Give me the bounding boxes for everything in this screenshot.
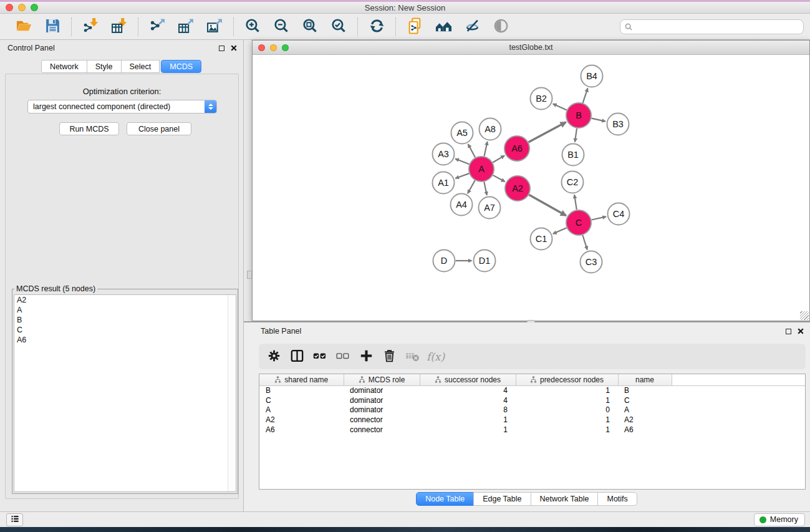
import-network-button[interactable] [78,16,103,37]
import-table-button[interactable] [107,16,132,37]
graph-node-A[interactable]: A [469,157,494,181]
graph-edge-C-C2[interactable] [574,195,577,210]
add-row-button[interactable] [356,346,377,367]
graph-node-B2[interactable]: B2 [531,88,552,110]
left-split-grabber[interactable] [247,271,252,279]
column-header-successor-nodes[interactable]: successor nodes [420,374,516,385]
resize-grip-icon[interactable] [800,311,809,320]
select-all-button[interactable] [310,346,330,367]
graph-node-B[interactable]: B [566,103,591,128]
graph-node-B4[interactable]: B4 [581,65,603,87]
table-settings-button[interactable] [264,346,284,367]
cell-shared-name: C [259,395,344,405]
mcds-result-item[interactable]: A2 [14,295,236,305]
task-history-button[interactable] [6,513,23,526]
close-table-panel-icon[interactable] [798,328,804,334]
column-header-predecessor-nodes[interactable]: predecessor nodes [516,374,618,385]
unselect-all-button[interactable] [333,346,354,367]
column-header-MCDS-role[interactable]: MCDS role [344,374,420,385]
zoom-in-button[interactable] [240,16,265,37]
graph-edge-A-A1[interactable] [455,173,469,178]
mcds-result-item[interactable]: C [14,325,236,335]
first-neighbors-button[interactable] [431,16,456,37]
graph-edge-B-B2[interactable] [553,104,567,110]
table-row[interactable]: Cdominator41C [259,395,805,405]
criterion-dropdown[interactable]: largest connected component (directed) [27,100,217,114]
graph-edge-A-A2[interactable] [493,175,505,181]
search-input[interactable] [620,19,804,34]
mcds-result-item[interactable]: B [14,315,236,325]
graph-node-A4[interactable]: A4 [451,194,473,216]
graph-edge-A-A3[interactable] [455,159,469,165]
delete-row-button[interactable] [379,346,400,367]
table-row[interactable]: Bdominator41B [259,385,805,395]
export-image-button[interactable] [202,16,227,37]
zoom-selected-button[interactable] [326,16,351,37]
graph-edge-A-A7[interactable] [484,182,486,195]
show-details-button[interactable] [488,16,513,37]
graph-node-C2[interactable]: C2 [562,172,584,193]
save-session-button[interactable] [40,16,65,37]
network-graph[interactable]: B4B2BB3A8A5A6A3B1AA1C2A2A4A7C4CC1C3DD1 [253,55,809,321]
tab-style[interactable]: Style [87,60,122,73]
zoom-fit-button[interactable] [297,16,322,37]
graph-edge-A-A5[interactable] [468,144,475,157]
mcds-result-item[interactable]: A [14,305,236,315]
tab-network-table[interactable]: Network Table [531,492,599,506]
table-row[interactable]: Adominator80A [259,405,805,415]
mcds-list-scrollbar[interactable] [228,295,236,491]
graph-node-A6[interactable]: A6 [504,136,529,161]
graph-node-A8[interactable]: A8 [480,118,501,140]
graph-edge-B-B4[interactable] [583,88,588,103]
open-file-button[interactable] [11,16,36,37]
graph-node-C1[interactable]: C1 [531,228,552,250]
float-table-panel-icon[interactable] [786,329,791,334]
tab-network[interactable]: Network [41,60,87,73]
graph-node-A2[interactable]: A2 [505,176,530,201]
graph-node-A5[interactable]: A5 [451,122,473,144]
graph-edge-A-A4[interactable] [468,180,475,193]
graph-edge-B-B1[interactable] [575,128,577,142]
hide-details-button[interactable] [460,16,485,37]
graph-node-D1[interactable]: D1 [474,250,496,272]
memory-button[interactable]: Memory [754,513,805,526]
graph-node-B1[interactable]: B1 [562,144,584,166]
graph-node-D[interactable]: D [433,250,455,272]
graph-edge-A6-B[interactable] [529,122,566,142]
tab-node-table[interactable]: Node Table [416,492,474,506]
graph-node-A1[interactable]: A1 [433,172,455,194]
graph-node-A7[interactable]: A7 [479,197,501,219]
close-panel-button[interactable]: Close panel [127,122,191,135]
graph-edge-A-A8[interactable] [484,142,487,156]
export-table-button[interactable] [173,16,198,37]
column-selector-button[interactable] [287,346,307,367]
float-panel-icon[interactable] [219,46,224,51]
column-header-name[interactable]: name [618,374,672,385]
tab-mcds[interactable]: MCDS [161,60,201,73]
table-row[interactable]: A2connector11A2 [259,415,805,425]
mcds-result-item[interactable]: A6 [14,335,236,345]
export-network-button[interactable] [145,16,170,37]
graph-edge-C-C3[interactable] [582,235,587,249]
column-header-shared-name[interactable]: shared name [259,374,344,385]
graph-edge-C-C4[interactable] [592,216,606,220]
run-mcds-button[interactable]: Run MCDS [59,122,119,135]
tab-motifs[interactable]: Motifs [597,492,637,506]
graph-edge-A-A6[interactable] [493,156,504,163]
clone-network-button[interactable] [402,16,427,37]
status-bar: Memory [0,511,810,527]
tab-edge-table[interactable]: Edge Table [473,492,531,506]
graph-edge-B-B3[interactable] [591,118,605,122]
graph-edge-C-C1[interactable] [553,228,567,233]
zoom-out-button[interactable] [269,16,294,37]
refresh-layout-button[interactable] [364,16,389,37]
graph-edge-A2-C[interactable] [529,195,566,215]
table-row[interactable]: A6connector11A6 [259,425,805,435]
graph-node-C3[interactable]: C3 [581,251,602,273]
tab-select[interactable]: Select [121,60,160,73]
graph-node-A3[interactable]: A3 [433,143,455,165]
graph-node-B3[interactable]: B3 [607,114,629,135]
graph-node-C[interactable]: C [566,210,591,235]
graph-node-C4[interactable]: C4 [608,203,630,225]
close-panel-icon[interactable] [231,45,237,51]
